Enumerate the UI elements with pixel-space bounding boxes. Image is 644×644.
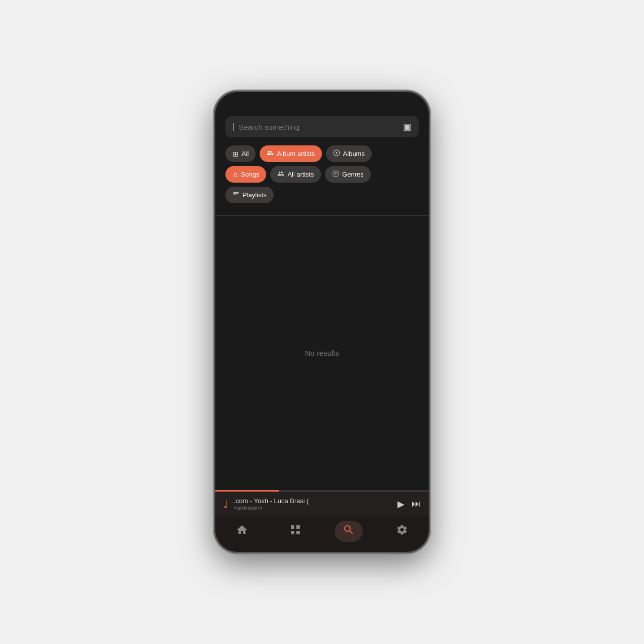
chip-albums-icon — [333, 149, 340, 158]
no-results-text: No results — [305, 349, 339, 357]
svg-rect-9 — [291, 525, 294, 529]
play-button[interactable]: ▶ — [397, 499, 405, 510]
nav-search[interactable] — [335, 521, 363, 542]
chip-playlists-icon — [232, 191, 239, 199]
chip-albums-label: Albums — [343, 150, 365, 157]
svg-rect-12 — [296, 531, 300, 534]
content-area: No results — [215, 216, 429, 490]
skip-next-button[interactable]: ⏭ — [412, 499, 421, 509]
chip-genres[interactable]: Genres — [325, 166, 371, 183]
progress-bar-fill — [215, 490, 279, 492]
chip-all-icon: ⊞ — [232, 150, 238, 158]
search-area: | ▣ — [215, 110, 429, 145]
chip-album-artists[interactable]: Album artists — [260, 145, 321, 162]
search-nav-icon — [343, 524, 355, 539]
nav-settings[interactable] — [388, 521, 416, 542]
notch — [292, 92, 352, 106]
chip-all-artists[interactable]: All artists — [270, 166, 321, 183]
progress-bar-container[interactable] — [215, 490, 429, 492]
mini-player-controls: ▶ ⏭ — [397, 499, 421, 510]
chip-all[interactable]: ⊞ All — [225, 145, 256, 162]
phone-shell: | ▣ ⊞ All Album artists — [214, 91, 430, 553]
library-icon — [289, 524, 301, 539]
copy-icon[interactable]: ▣ — [403, 121, 412, 132]
mini-player[interactable]: ♩ .com - Yosh - Luca Brasi ( <unknown> ▶… — [215, 492, 429, 516]
chip-playlists-label: Playlists — [243, 191, 267, 199]
screen: | ▣ ⊞ All Album artists — [215, 92, 429, 552]
chip-songs[interactable]: ♫ Songs — [225, 166, 266, 183]
nav-home[interactable] — [228, 521, 256, 542]
chip-songs-icon: ♫ — [232, 171, 238, 179]
chips-area: ⊞ All Album artists Albums — [215, 145, 429, 215]
chips-row-3: Playlists — [225, 187, 419, 203]
svg-rect-10 — [296, 525, 300, 529]
search-bar[interactable]: | ▣ — [225, 116, 419, 137]
chip-albums[interactable]: Albums — [326, 145, 372, 162]
nav-library[interactable] — [281, 521, 309, 542]
bottom-nav — [215, 516, 429, 552]
chip-genres-icon — [332, 170, 339, 179]
chip-all-artists-icon — [277, 170, 284, 179]
chip-album-artists-icon — [267, 149, 274, 158]
chips-row-2: ♫ Songs All artists Genres — [225, 166, 419, 183]
chip-all-label: All — [242, 150, 249, 157]
search-input[interactable] — [238, 123, 399, 131]
chip-genres-label: Genres — [342, 171, 364, 178]
chip-all-artists-label: All artists — [287, 171, 314, 178]
mini-player-title: .com - Yosh - Luca Brasi ( — [234, 497, 391, 505]
svg-rect-11 — [291, 531, 294, 534]
chip-songs-label: Songs — [241, 171, 260, 178]
chips-row-1: ⊞ All Album artists Albums — [225, 145, 419, 162]
chip-album-artists-label: Album artists — [277, 150, 314, 157]
home-icon — [236, 524, 248, 539]
mini-player-artist: <unknown> — [234, 505, 391, 511]
settings-icon — [396, 524, 408, 539]
chip-playlists[interactable]: Playlists — [225, 187, 274, 203]
mini-player-info: .com - Yosh - Luca Brasi ( <unknown> — [234, 497, 391, 511]
search-bar-icon: | — [232, 122, 234, 131]
music-note-icon: ♩ — [223, 498, 228, 510]
svg-point-1 — [336, 152, 338, 154]
